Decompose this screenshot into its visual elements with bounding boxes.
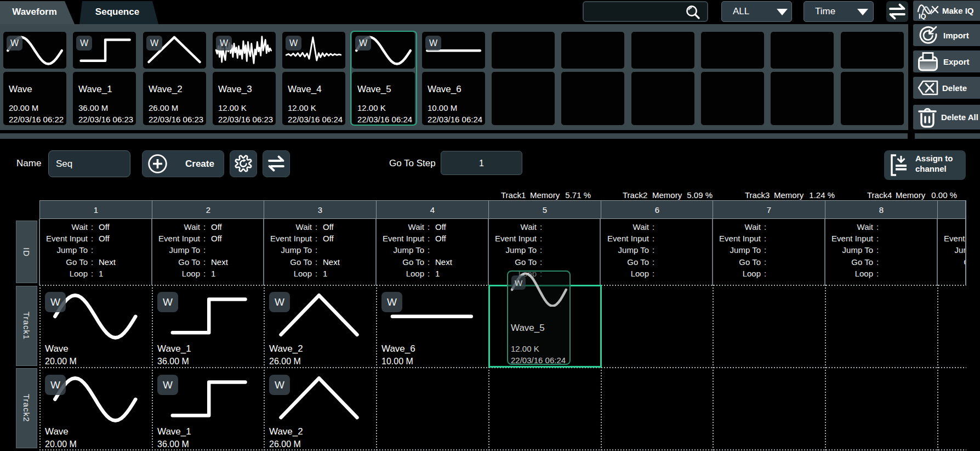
svg-text:IQ: IQ [919, 12, 926, 20]
